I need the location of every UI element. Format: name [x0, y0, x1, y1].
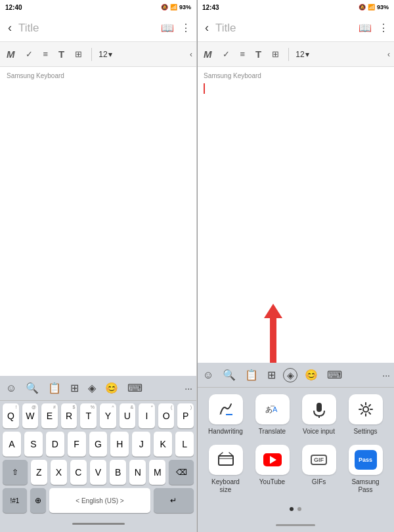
left-back-button[interactable]: ‹ — [5, 18, 14, 37]
key-k[interactable]: K — [154, 432, 172, 457]
right-kb-keyboard-icon[interactable]: ⌨ — [325, 367, 344, 382]
key-q[interactable]: Q! — [3, 403, 19, 428]
left-align-icon[interactable]: ≡ — [41, 48, 51, 60]
key-a[interactable]: A — [3, 432, 21, 457]
left-more-icon[interactable]: ⋮ — [181, 22, 191, 34]
dot-2 — [297, 507, 301, 511]
left-font-style-icon[interactable]: M — [4, 47, 18, 61]
key-g[interactable]: G — [89, 432, 108, 457]
key-d[interactable]: D — [46, 432, 64, 457]
menu-item-keyboard-size[interactable]: Keyboard size — [206, 445, 246, 494]
menu-item-translate[interactable]: あ A Translate — [253, 394, 292, 436]
right-more-icon[interactable]: ⋮ — [378, 22, 389, 34]
right-toolbar-back-arrow[interactable]: ‹ — [387, 50, 390, 59]
right-kb-more-icon[interactable]: ··· — [382, 370, 390, 380]
left-status-icons: 🔕 📶 93% — [161, 4, 191, 10]
menu-item-settings[interactable]: Settings — [346, 394, 385, 436]
svg-point-5 — [363, 407, 368, 412]
left-table-icon[interactable]: ⊞ — [72, 48, 85, 60]
left-kb-keyboard-icon[interactable]: ⌨ — [125, 380, 144, 396]
menu-item-youtube[interactable]: YouTube — [253, 445, 292, 494]
left-status-bar: 12:40 🔕 📶 93% — [0, 0, 196, 14]
key-u[interactable]: U& — [120, 403, 136, 428]
youtube-icon-box — [255, 445, 290, 475]
right-kb-grid-icon[interactable]: ⊞ — [265, 367, 278, 382]
right-back-button[interactable]: ‹ — [202, 18, 211, 37]
key-v[interactable]: V — [90, 460, 106, 485]
left-kb-clipboard-icon[interactable]: 📋 — [46, 380, 63, 396]
key-s[interactable]: S — [24, 432, 43, 457]
key-delete[interactable]: ⌫ — [169, 460, 194, 485]
left-kb-more-icon[interactable]: ··· — [185, 383, 192, 394]
right-align-icon[interactable]: ≡ — [238, 48, 248, 60]
screen-divider — [197, 0, 198, 532]
left-toolbar: M ✓ ≡ T ⊞ 12 ▾ ‹ — [0, 42, 196, 67]
key-f[interactable]: F — [68, 432, 86, 457]
right-screen: 12:43 🔕 📶 93% ‹ Title 📖 ⋮ M ✓ ≡ T ⊞ — [197, 0, 394, 532]
key-number[interactable]: !#1 — [3, 488, 27, 513]
key-y[interactable]: Y^ — [100, 403, 116, 428]
left-book-icon[interactable]: 📖 — [161, 22, 174, 34]
dot-1 — [290, 507, 294, 511]
key-c[interactable]: C — [70, 460, 87, 485]
key-space[interactable]: < English (US) > — [49, 488, 150, 513]
menu-item-voice-input[interactable]: Voice input — [299, 394, 339, 436]
right-book-icon[interactable]: 📖 — [359, 22, 372, 34]
key-j[interactable]: J — [132, 432, 150, 457]
key-enter[interactable]: ↵ — [154, 488, 194, 513]
left-row-2: A S D F G H J K L — [3, 432, 194, 457]
right-kb-search-icon[interactable]: 🔍 — [221, 367, 238, 382]
key-x[interactable]: X — [51, 460, 67, 485]
left-kb-select-icon[interactable]: ◈ — [86, 380, 98, 396]
left-kb-emoji-icon[interactable]: ☺ — [4, 381, 18, 396]
key-i[interactable]: I* — [139, 403, 155, 428]
right-font-style-icon[interactable]: M — [201, 47, 215, 61]
right-kb-clipboard-icon[interactable]: 📋 — [243, 367, 260, 382]
settings-label: Settings — [353, 428, 377, 436]
right-kb-face-icon[interactable]: 😊 — [303, 367, 320, 382]
left-check-icon[interactable]: ✓ — [23, 48, 35, 60]
key-w[interactable]: W@ — [22, 403, 39, 428]
key-e[interactable]: E# — [41, 403, 58, 428]
left-toolbar-divider — [91, 48, 92, 61]
left-kb-face-icon[interactable]: 😊 — [103, 380, 120, 396]
key-p[interactable]: P) — [177, 403, 194, 428]
key-t[interactable]: T% — [80, 403, 97, 428]
samsung-pass-label: Samsung Pass — [346, 478, 385, 494]
key-l[interactable]: L — [175, 432, 194, 457]
key-z[interactable]: Z — [31, 460, 47, 485]
left-battery-text: 93% — [179, 4, 191, 10]
menu-item-handwriting[interactable]: Handwriting — [206, 394, 246, 436]
key-shift[interactable]: ⇧ — [3, 460, 28, 485]
left-kb-search-icon[interactable]: 🔍 — [24, 380, 41, 396]
right-kb-tools-icon[interactable]: ◈ — [283, 368, 297, 382]
left-font-size[interactable]: 12 ▾ — [98, 50, 112, 59]
right-signal-icon: 📶 — [368, 4, 375, 10]
right-table-icon[interactable]: ⊞ — [269, 48, 282, 60]
right-toolbar: M ✓ ≡ T ⊞ 12 ▾ ‹ — [197, 42, 394, 67]
key-n[interactable]: N — [129, 460, 146, 485]
key-m[interactable]: M — [149, 460, 165, 485]
youtube-icon — [263, 453, 282, 466]
svg-rect-3 — [317, 403, 322, 412]
key-o[interactable]: O( — [158, 403, 175, 428]
right-font-size[interactable]: 12 ▾ — [296, 50, 309, 59]
translate-icon: あ A — [263, 400, 282, 419]
left-text-icon[interactable]: T — [56, 47, 67, 61]
right-status-time: 12:43 — [202, 4, 219, 11]
right-volume-icon: 🔕 — [359, 4, 366, 10]
menu-item-samsung-pass[interactable]: Pass Samsung Pass — [346, 445, 385, 494]
right-check-icon[interactable]: ✓ — [220, 48, 232, 60]
key-r[interactable]: R$ — [61, 403, 77, 428]
key-h[interactable]: H — [110, 432, 129, 457]
key-b[interactable]: B — [110, 460, 126, 485]
left-kb-grid-icon[interactable]: ⊞ — [68, 380, 81, 396]
menu-item-gifs[interactable]: GIF GIFs — [299, 445, 339, 494]
right-kb-emoji-icon[interactable]: ☺ — [201, 368, 215, 382]
gifs-label: GIFs — [312, 478, 326, 486]
key-globe[interactable]: ⊕ — [30, 488, 47, 513]
right-text-icon[interactable]: T — [253, 47, 264, 61]
handwriting-label: Handwriting — [208, 428, 243, 436]
right-nav-icons: 📖 ⋮ — [359, 22, 389, 34]
left-toolbar-back-arrow[interactable]: ‹ — [190, 50, 192, 59]
